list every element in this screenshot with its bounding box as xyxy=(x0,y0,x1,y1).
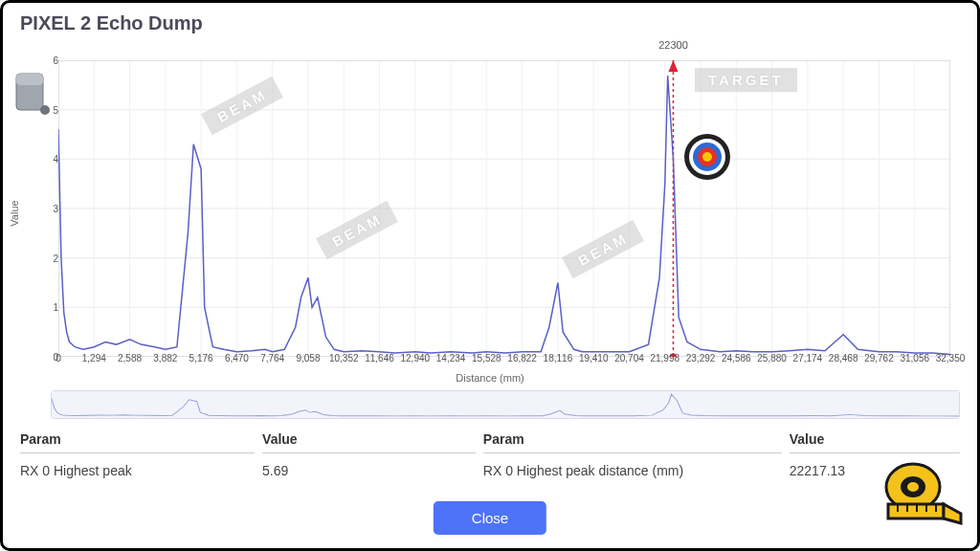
y-tick-labels: 0123456 xyxy=(41,60,58,357)
tape-measure-icon xyxy=(877,458,963,529)
target-icon xyxy=(682,132,732,186)
svg-rect-46 xyxy=(52,391,959,418)
echo-chart: Value Distance (mm) 0123456 01,2942,5883… xyxy=(20,41,960,386)
chart-overview-strip[interactable] xyxy=(51,390,960,419)
target-peak-label: 22300 xyxy=(658,39,688,51)
col-header-value-2: Value xyxy=(790,431,960,453)
target-annotation: TARGET xyxy=(695,68,797,92)
x-axis-label: Distance (mm) xyxy=(456,372,524,384)
y-axis-label: Value xyxy=(9,200,20,226)
col-header-param: Param xyxy=(20,431,255,453)
col-header-param-2: Param xyxy=(483,431,782,453)
chart-plot xyxy=(58,60,950,357)
close-button[interactable]: Close xyxy=(434,501,546,535)
svg-point-49 xyxy=(907,482,919,492)
svg-marker-38 xyxy=(668,60,678,72)
echo-dump-window: PIXEL 2 Echo Dump Value Distance (mm) 01… xyxy=(0,0,980,551)
page-title: PIXEL 2 Echo Dump xyxy=(3,3,977,34)
svg-point-45 xyxy=(702,152,712,162)
param-value-0: 5.69 xyxy=(262,453,476,478)
col-header-value: Value xyxy=(262,431,476,453)
param-name-0: RX 0 Highest peak xyxy=(20,453,255,478)
param-name-1: RX 0 Highest peak distance (mm) xyxy=(483,453,782,478)
params-table: Param Value Param Value RX 0 Highest pea… xyxy=(20,431,960,478)
x-tick-labels: 01,2942,5883,8825,1766,4707,7649,05810,3… xyxy=(58,353,950,366)
